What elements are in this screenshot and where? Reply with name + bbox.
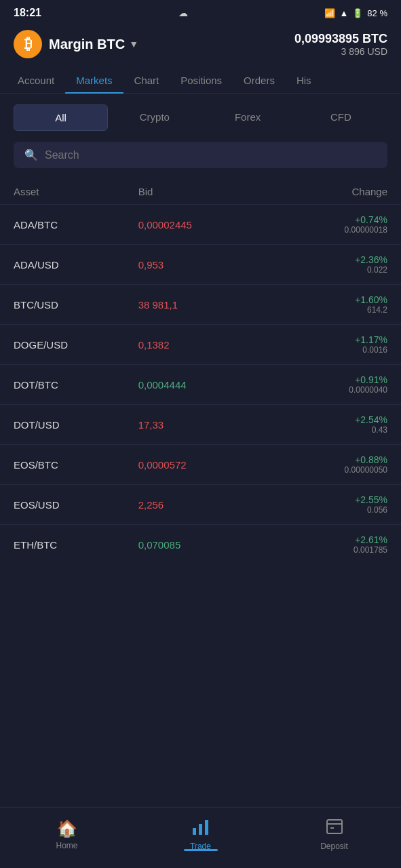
table-row[interactable]: DOT/USD 17,33 +2.54% 0.43 [0,404,401,444]
tab-markets[interactable]: Markets [65,68,123,93]
change-percent: +2.36% [284,254,387,265]
change-abs: 0.001785 [284,545,387,555]
bid-value: 0,00002445 [138,219,284,231]
bottom-nav: 🏠 Home Trade Deposit [0,807,401,868]
nav-trade[interactable]: Trade [134,818,267,851]
status-icons: 📶 ▲ 🔋 82 % [324,8,387,18]
filter-crypto[interactable]: Crypto [108,104,201,131]
asset-name: BTC/USD [14,299,138,311]
table-row[interactable]: ADA/USD 0,953 +2.36% 0.022 [0,244,401,284]
search-input[interactable] [45,149,377,161]
header: ₿ Margin BTC ▼ 0,09993895 BTC 3 896 USD [0,23,401,68]
search-icon: 🔍 [24,149,38,161]
nav-deposit-label: Deposit [320,842,348,851]
account-name[interactable]: Margin BTC ▼ [49,37,138,52]
change-abs: 0.00000018 [284,225,387,235]
signal-icon: ▲ [339,8,348,18]
asset-name: DOT/BTC [14,379,138,391]
bid-value: 0,1382 [138,339,284,351]
header-bid: Bid [138,186,284,197]
change-abs: 0.43 [284,425,387,435]
table-row[interactable]: DOGE/USD 0,1382 +1.17% 0.0016 [0,324,401,364]
home-icon: 🏠 [57,819,77,838]
balance-btc: 0,09993895 BTC [294,32,387,46]
filter-bar: All Crypto Forex CFD [0,94,401,142]
asset-name: ADA/BTC [14,219,138,231]
change-col: +1.17% 0.0016 [284,334,387,355]
asset-name: ADA/USD [14,259,138,271]
bid-value: 0,0004444 [138,379,284,391]
asset-name: EOS/BTC [14,459,138,471]
table-row[interactable]: EOS/USD 2,256 +2.55% 0.056 [0,484,401,524]
nav-home[interactable]: 🏠 Home [0,819,134,850]
change-abs: 0.0016 [284,345,387,355]
change-abs: 614.2 [284,305,387,315]
table-row[interactable]: ETH/BTC 0,070085 +2.61% 0.001785 [0,524,401,564]
table-header: Asset Bid Change [0,179,401,204]
change-abs: 0.056 [284,505,387,515]
tab-orders[interactable]: Orders [233,68,286,93]
change-percent: +1.17% [284,334,387,345]
change-percent: +0.88% [284,454,387,465]
tab-account[interactable]: Account [7,68,65,93]
trade-icon [192,818,210,839]
status-time: 18:21 [14,7,41,19]
trade-active-indicator [184,849,218,851]
change-percent: +2.61% [284,534,387,545]
search-container: 🔍 [0,142,401,179]
change-percent: +2.55% [284,494,387,505]
bid-value: 17,33 [138,419,284,431]
header-change: Change [284,186,387,197]
balance-info: 0,09993895 BTC 3 896 USD [294,32,387,57]
change-col: +2.54% 0.43 [284,414,387,435]
status-bar: 18:21 ☁ 📶 ▲ 🔋 82 % [0,0,401,23]
tab-positions[interactable]: Positions [170,68,233,93]
change-col: +0.88% 0.00000050 [284,454,387,475]
table-row[interactable]: DOT/BTC 0,0004444 +0.91% 0.0000040 [0,364,401,404]
cloud-icon: ☁ [178,7,188,18]
battery-percent: 82 % [367,8,387,18]
asset-name: DOGE/USD [14,339,138,351]
tab-chart[interactable]: Chart [123,68,170,93]
svg-rect-0 [193,828,196,835]
change-percent: +1.60% [284,294,387,305]
asset-name: DOT/USD [14,419,138,431]
change-col: +1.60% 614.2 [284,294,387,315]
account-info[interactable]: ₿ Margin BTC ▼ [14,30,138,58]
dropdown-arrow-icon: ▼ [129,39,138,50]
table-row[interactable]: EOS/BTC 0,0000572 +0.88% 0.00000050 [0,444,401,484]
svg-rect-2 [205,820,208,835]
filter-forex[interactable]: Forex [202,104,294,131]
change-percent: +0.91% [284,374,387,385]
deposit-icon [326,818,343,839]
table-row[interactable]: ADA/BTC 0,00002445 +0.74% 0.00000018 [0,204,401,244]
change-col: +0.74% 0.00000018 [284,214,387,235]
asset-name: ETH/BTC [14,539,138,551]
change-col: +2.55% 0.056 [284,494,387,515]
svg-rect-3 [327,820,342,833]
svg-rect-1 [199,824,202,835]
change-percent: +2.54% [284,414,387,425]
bid-value: 0,953 [138,259,284,271]
asset-name: EOS/USD [14,499,138,511]
bid-value: 2,256 [138,499,284,511]
bid-value: 38 981,1 [138,299,284,311]
balance-usd: 3 896 USD [294,46,387,57]
nav-deposit[interactable]: Deposit [267,818,401,851]
change-abs: 0.0000040 [284,385,387,395]
market-table: Asset Bid Change ADA/BTC 0,00002445 +0.7… [0,179,401,564]
wifi-icon: 📶 [324,8,335,18]
filter-cfd[interactable]: CFD [294,104,387,131]
battery-icon: 🔋 [352,8,363,18]
tab-history[interactable]: His [286,68,322,93]
change-col: +0.91% 0.0000040 [284,374,387,395]
nav-home-label: Home [56,841,77,850]
filter-all[interactable]: All [14,104,108,131]
table-row[interactable]: BTC/USD 38 981,1 +1.60% 614.2 [0,284,401,324]
bid-value: 0,0000572 [138,459,284,471]
search-box[interactable]: 🔍 [14,142,387,168]
header-asset: Asset [14,186,138,197]
change-col: +2.36% 0.022 [284,254,387,275]
bid-value: 0,070085 [138,539,284,551]
btc-logo-icon: ₿ [14,30,42,58]
